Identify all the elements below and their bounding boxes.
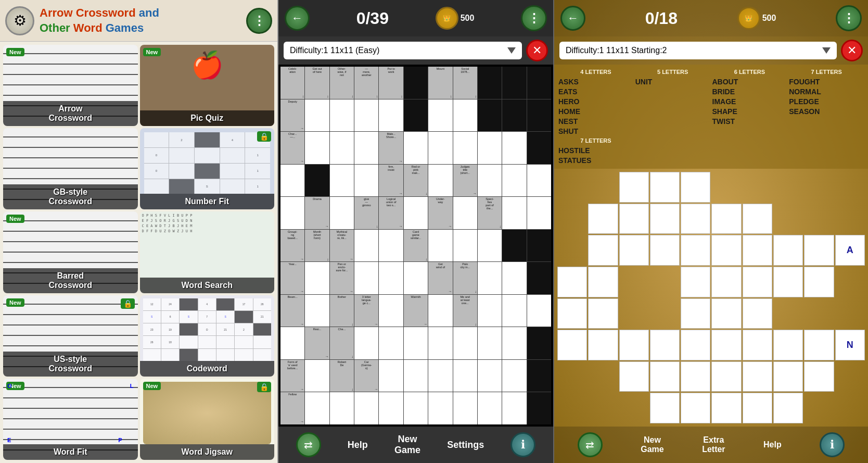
jg-cell[interactable]: [619, 204, 649, 234]
menu-item-word-jigsaw[interactable]: New 🔒 Word Jigsaw: [140, 379, 275, 460]
grid-cell-answer[interactable]: [428, 132, 452, 164]
grid-cell-answer[interactable]: [428, 327, 452, 359]
jg-cell[interactable]: [588, 204, 618, 234]
grid-cell-answer[interactable]: [478, 360, 502, 392]
grid-cell-answer[interactable]: [502, 197, 526, 229]
jg-cell[interactable]: [743, 330, 772, 360]
swap-button[interactable]: ⇄: [296, 432, 321, 457]
grid-cell-answer[interactable]: [404, 327, 428, 359]
jg-cell[interactable]: [804, 267, 834, 297]
menu-item-pic-quiz[interactable]: 🍎 New Pic Quiz: [140, 45, 275, 126]
jg-cell[interactable]: [681, 330, 710, 360]
jg-cell[interactable]: [711, 267, 741, 297]
grid-cell-answer[interactable]: [330, 132, 354, 164]
jg-cell[interactable]: [650, 330, 680, 360]
word-bank-word[interactable]: EATS: [558, 87, 633, 96]
jigsaw-new-game-button[interactable]: New Game: [641, 435, 663, 454]
jg-cell[interactable]: [743, 235, 772, 266]
grid-cell-answer[interactable]: [354, 262, 378, 294]
jg-cell[interactable]: [743, 393, 772, 423]
jg-cell[interactable]: [681, 361, 710, 392]
grid-cell-answer[interactable]: [453, 197, 477, 229]
menu-item-gb-crossword[interactable]: GB-styleCrossword: [3, 128, 138, 209]
info-button[interactable]: ℹ: [510, 432, 535, 457]
grid-cell-answer[interactable]: [330, 392, 354, 424]
jg-cell[interactable]: [619, 361, 649, 392]
grid-cell-answer[interactable]: [478, 132, 502, 164]
grid-cell-answer[interactable]: [354, 230, 378, 262]
grid-cell-answer[interactable]: [354, 165, 378, 197]
arrow-crossword-grid[interactable]: Celeb-ation↓ Get outof here↓ Other-wise,…: [280, 67, 551, 424]
grid-cell-answer[interactable]: [305, 295, 329, 327]
jg-cell[interactable]: [804, 235, 834, 266]
grid-cell-answer[interactable]: [404, 197, 428, 229]
jg-cell[interactable]: [681, 204, 710, 234]
menu-dots-button[interactable]: [246, 8, 272, 34]
jg-cell[interactable]: [619, 330, 649, 360]
word-bank-word[interactable]: TWIST: [712, 117, 787, 126]
grid-cell-answer[interactable]: [527, 197, 551, 229]
jigsaw-info-button[interactable]: ℹ: [820, 432, 845, 457]
menu-item-word-search[interactable]: O P H S F V L I B U P P E F J S O R J G …: [140, 211, 275, 293]
jg-cell[interactable]: [619, 172, 649, 203]
grid-cell-answer[interactable]: [354, 99, 378, 132]
gear-button[interactable]: ⚙: [5, 6, 34, 35]
close-game-button[interactable]: ✕: [526, 40, 548, 61]
grid-cell-answer[interactable]: [428, 230, 452, 262]
grid-cell-answer[interactable]: [379, 230, 403, 262]
grid-cell-answer[interactable]: [478, 230, 502, 262]
grid-cell-answer[interactable]: [280, 327, 304, 359]
jg-cell[interactable]: [711, 361, 741, 392]
word-bank-word[interactable]: ASKS: [558, 78, 633, 86]
grid-cell-answer[interactable]: [305, 360, 329, 392]
jg-cell[interactable]: [743, 204, 772, 234]
grid-cell-answer[interactable]: [354, 392, 378, 424]
grid-cell-answer[interactable]: [280, 165, 304, 197]
jg-cell[interactable]: [557, 298, 587, 329]
grid-cell-answer[interactable]: [502, 262, 526, 294]
grid-cell-answer[interactable]: [428, 295, 452, 327]
menu-item-arrow-crossword[interactable]: New ArrowCrossword: [3, 45, 138, 126]
grid-cell-answer[interactable]: [305, 262, 329, 294]
jg-cell[interactable]: [557, 330, 587, 360]
grid-cell-answer[interactable]: [453, 230, 477, 262]
grid-cell-answer[interactable]: [330, 165, 354, 197]
grid-cell-answer[interactable]: [428, 360, 452, 392]
grid-cell-answer[interactable]: [404, 360, 428, 392]
word-bank-word[interactable]: ABOUT: [712, 78, 787, 86]
game-dots-button[interactable]: [521, 5, 547, 31]
grid-cell-answer[interactable]: [428, 392, 452, 424]
menu-item-codeword[interactable]: 12 24 4 17 26 S 6 S 7 S 21 23 19 O 21 2: [140, 295, 275, 377]
jg-cell[interactable]: [773, 361, 803, 392]
jg-cell[interactable]: [711, 298, 741, 329]
back-button[interactable]: ←: [285, 6, 310, 31]
grid-cell-answer[interactable]: [478, 327, 502, 359]
jg-cell[interactable]: [681, 393, 710, 423]
grid-cell-answer[interactable]: [453, 327, 477, 359]
grid-cell-answer[interactable]: [502, 132, 526, 164]
grid-cell-answer[interactable]: [404, 132, 428, 164]
jg-cell[interactable]: [650, 172, 680, 203]
grid-cell-answer[interactable]: [280, 197, 304, 229]
word-bank-word[interactable]: NORMAL: [789, 87, 864, 96]
jg-cell[interactable]: [650, 361, 680, 392]
grid-cell-answer[interactable]: [502, 295, 526, 327]
word-bank-word[interactable]: HOSTILE: [558, 146, 633, 155]
jigsaw-difficulty-selector[interactable]: Difficulty:1 11x11 Starting:2: [559, 42, 837, 59]
word-bank-word[interactable]: IMAGE: [712, 97, 787, 106]
grid-cell-answer[interactable]: [305, 392, 329, 424]
menu-item-us-crossword[interactable]: New 🔒 US-styleCrossword: [3, 295, 138, 377]
grid-cell-answer[interactable]: [453, 392, 477, 424]
grid-cell-answer[interactable]: [527, 165, 551, 197]
grid-cell-answer[interactable]: [502, 327, 526, 359]
jigsaw-swap-button[interactable]: ⇄: [578, 432, 603, 457]
word-bank-word[interactable]: NEST: [558, 117, 633, 126]
grid-cell-answer[interactable]: [502, 360, 526, 392]
jg-cell[interactable]: [588, 235, 618, 266]
jg-cell[interactable]: [650, 393, 680, 423]
jg-cell-letter-A[interactable]: A: [835, 235, 865, 266]
jg-cell[interactable]: [650, 204, 680, 234]
grid-cell-answer[interactable]: [379, 99, 403, 132]
grid-cell-answer[interactable]: [478, 165, 502, 197]
jg-cell[interactable]: [681, 267, 710, 297]
